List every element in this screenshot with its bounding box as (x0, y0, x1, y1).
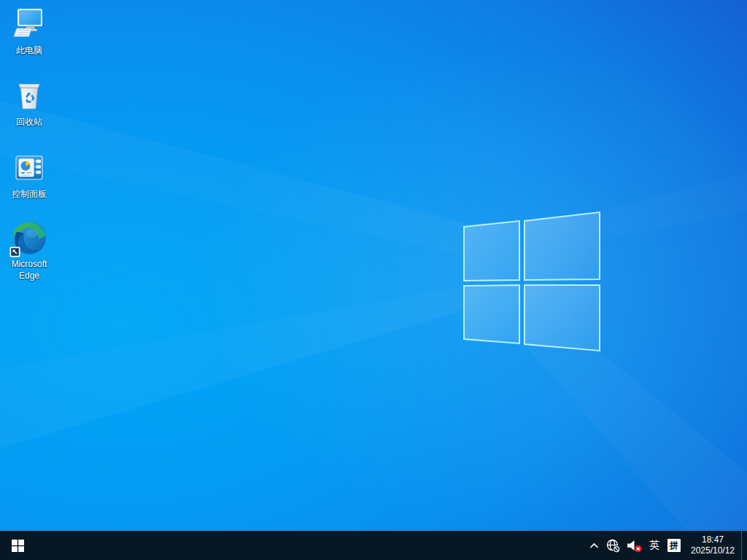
chevron-up-icon (589, 542, 599, 549)
speaker-muted-icon (626, 538, 643, 553)
control-panel-icon (11, 149, 47, 186)
desktop-icon-recycle-bin[interactable]: 回收站 (1, 77, 58, 128)
desktop-icon-control-panel[interactable]: 控制面板 (1, 149, 58, 200)
show-desktop-button[interactable] (741, 531, 747, 560)
desktop-icon-microsoft-edge[interactable]: Microsoft Edge (1, 219, 58, 281)
taskbar-clock[interactable]: 18:47 2025/10/12 (684, 531, 741, 560)
language-indicator-label: 英 (649, 539, 659, 552)
desktop-surface[interactable]: 此电脑 (0, 0, 747, 560)
start-button[interactable] (0, 531, 35, 560)
desktop-icon-this-pc[interactable]: 此电脑 (1, 6, 58, 56)
desktop-icon-label: 回收站 (16, 116, 42, 128)
desktop-icon-label: 此电脑 (16, 44, 42, 56)
language-indicator[interactable]: 英 (645, 531, 664, 560)
shortcut-arrow-overlay-icon (9, 246, 20, 257)
desktop-icon-label: Microsoft Edge (1, 258, 57, 281)
clock-date: 2025/10/12 (691, 545, 735, 556)
windows-start-icon (12, 540, 24, 552)
network-status-button[interactable] (603, 531, 623, 560)
globe-no-internet-icon (605, 538, 621, 553)
recycle-bin-icon (11, 77, 47, 114)
system-tray: 英 拼 18:47 2025/10/12 (584, 531, 747, 560)
volume-button[interactable] (623, 531, 645, 560)
computer-icon (11, 6, 47, 42)
taskbar: 英 拼 18:47 2025/10/12 (0, 531, 747, 560)
desktop-icon-label: 控制面板 (12, 188, 47, 200)
show-hidden-icons-button[interactable] (584, 531, 603, 560)
clock-time: 18:47 (702, 534, 724, 545)
edge-browser-icon (11, 219, 47, 256)
ime-mode-indicator[interactable]: 拼 (664, 531, 684, 560)
ime-mode-label: 拼 (667, 539, 681, 552)
windows-logo-wallpaper (0, 0, 747, 531)
